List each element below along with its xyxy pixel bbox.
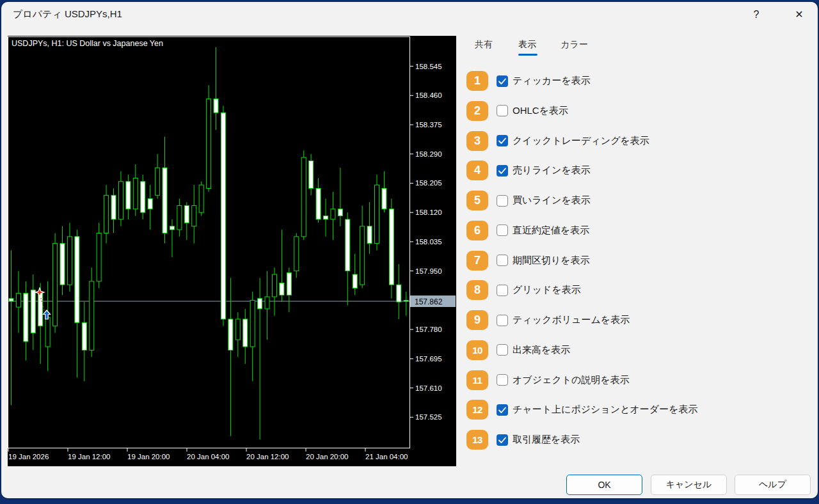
svg-text:157.780: 157.780 bbox=[415, 326, 442, 333]
step-badge-number: 1 bbox=[474, 74, 481, 88]
step-badge-number: 6 bbox=[474, 224, 481, 237]
option-label-4: 売りラインを表示 bbox=[513, 164, 591, 177]
step-badge-6: 6 bbox=[466, 221, 488, 240]
step-badge-10: 10 bbox=[466, 340, 488, 360]
option-label-3: クイックトレーディングを表示 bbox=[513, 135, 649, 147]
option-label-10: 出来高を表示 bbox=[513, 344, 570, 356]
svg-text:158.545: 158.545 bbox=[415, 63, 442, 70]
step-badge-number: 12 bbox=[472, 404, 482, 415]
checkmark-icon bbox=[497, 75, 508, 87]
active-tab-underline bbox=[518, 54, 537, 56]
step-badge-number: 13 bbox=[472, 434, 482, 445]
svg-text:19 Jan 12:00: 19 Jan 12:00 bbox=[68, 453, 111, 461]
checkbox-option-3[interactable] bbox=[497, 135, 508, 146]
step-badge-number: 5 bbox=[474, 194, 481, 207]
svg-text:157.525: 157.525 bbox=[415, 413, 442, 421]
step-badge-number: 10 bbox=[472, 345, 482, 356]
chart-title: USDJPYs, H1: US Dollar vs Japanese Yen bbox=[12, 39, 163, 48]
step-badge-1: 1 bbox=[466, 71, 488, 91]
checkbox-option-13[interactable] bbox=[497, 434, 508, 446]
option-label-5: 買いラインを表示 bbox=[513, 194, 591, 207]
svg-text:20 Jan 04:00: 20 Jan 04:00 bbox=[187, 453, 230, 461]
option-label-8: グリッドを表示 bbox=[513, 284, 581, 296]
tab-colors[interactable]: カラー bbox=[561, 39, 588, 54]
help-icon[interactable]: ? bbox=[747, 6, 765, 23]
checkbox-option-4[interactable] bbox=[497, 165, 508, 177]
svg-text:158.205: 158.205 bbox=[415, 179, 442, 187]
checkmark-icon bbox=[497, 135, 508, 146]
tab-common[interactable]: 共有 bbox=[475, 39, 493, 54]
checkbox-option-9[interactable] bbox=[497, 315, 508, 326]
step-badge-9: 9 bbox=[466, 310, 488, 330]
checkmark-icon bbox=[497, 434, 508, 446]
step-badge-3: 3 bbox=[466, 131, 488, 151]
step-badge-4: 4 bbox=[466, 161, 488, 180]
step-badge-number: 4 bbox=[474, 164, 481, 177]
dialog-title: プロパティ USDJPYs,H1 bbox=[13, 8, 122, 20]
option-label-6: 直近約定値を表示 bbox=[513, 224, 589, 237]
svg-text:158.035: 158.035 bbox=[415, 238, 442, 246]
checkbox-option-5[interactable] bbox=[497, 195, 508, 207]
svg-text:19 Jan 2026: 19 Jan 2026 bbox=[8, 453, 49, 461]
checkbox-option-1[interactable] bbox=[497, 75, 508, 87]
checkbox-option-8[interactable] bbox=[497, 285, 508, 296]
option-label-12: チャート上にポジションとオーダーを表示 bbox=[513, 404, 698, 416]
candlestick-chart: 158.545158.460158.375158.290158.205158.1… bbox=[8, 36, 456, 466]
chart-preview: 158.545158.460158.375158.290158.205158.1… bbox=[8, 36, 456, 466]
option-label-2: OHLCを表示 bbox=[513, 105, 568, 117]
checkbox-option-7[interactable] bbox=[497, 255, 508, 266]
ok-button[interactable]: OK bbox=[566, 475, 642, 495]
step-badge-5: 5 bbox=[466, 191, 488, 210]
step-badge-number: 11 bbox=[473, 375, 482, 386]
option-label-9: ティックボリュームを表示 bbox=[513, 314, 630, 326]
close-icon[interactable]: ✕ bbox=[790, 6, 808, 23]
svg-text:158.460: 158.460 bbox=[415, 91, 442, 99]
step-badge-11: 11 bbox=[466, 370, 488, 390]
svg-text:20 Jan 12:00: 20 Jan 12:00 bbox=[246, 453, 289, 461]
step-badge-number: 7 bbox=[474, 254, 481, 267]
step-badge-number: 9 bbox=[474, 313, 481, 327]
checkmark-icon bbox=[497, 404, 508, 416]
svg-text:19 Jan 20:00: 19 Jan 20:00 bbox=[127, 453, 170, 461]
option-label-1: ティッカーを表示 bbox=[513, 75, 591, 87]
step-badge-number: 8 bbox=[474, 283, 481, 297]
step-badge-number: 2 bbox=[474, 104, 481, 118]
cancel-button[interactable]: キャンセル bbox=[651, 475, 727, 495]
checkbox-option-6[interactable] bbox=[497, 224, 508, 236]
option-label-11: オブジェクトの説明を表示 bbox=[513, 374, 630, 386]
svg-text:157.950: 157.950 bbox=[415, 267, 442, 275]
tab-show[interactable]: 表示 bbox=[518, 39, 536, 54]
step-badge-number: 3 bbox=[474, 134, 481, 148]
svg-text:157.695: 157.695 bbox=[415, 355, 442, 363]
svg-text:21 Jan 04:00: 21 Jan 04:00 bbox=[365, 453, 408, 461]
svg-text:157.610: 157.610 bbox=[415, 384, 442, 392]
svg-text:20 Jan 20:00: 20 Jan 20:00 bbox=[306, 453, 349, 461]
help-button[interactable]: ヘルプ bbox=[735, 475, 811, 495]
svg-text:157.862: 157.862 bbox=[415, 297, 443, 306]
step-badge-2: 2 bbox=[466, 101, 488, 121]
svg-text:158.375: 158.375 bbox=[415, 121, 442, 129]
checkbox-option-10[interactable] bbox=[497, 344, 508, 356]
checkmark-icon bbox=[497, 165, 508, 177]
checkbox-option-12[interactable] bbox=[497, 404, 508, 416]
step-badge-13: 13 bbox=[466, 430, 488, 450]
svg-text:158.290: 158.290 bbox=[415, 150, 442, 158]
step-badge-12: 12 bbox=[466, 400, 488, 420]
checkbox-option-2[interactable] bbox=[497, 105, 508, 116]
step-badge-8: 8 bbox=[466, 280, 488, 300]
option-label-7: 期間区切りを表示 bbox=[513, 255, 590, 267]
checkbox-option-11[interactable] bbox=[497, 374, 508, 386]
svg-text:158.120: 158.120 bbox=[415, 209, 442, 216]
option-label-13: 取引履歴を表示 bbox=[513, 434, 580, 446]
step-badge-7: 7 bbox=[466, 251, 488, 271]
